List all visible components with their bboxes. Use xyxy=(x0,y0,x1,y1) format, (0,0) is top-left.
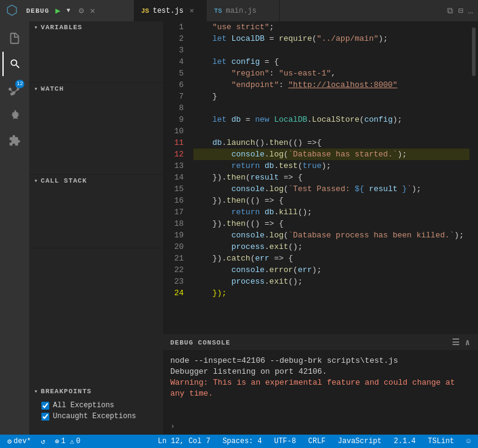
clear-console-icon[interactable]: ☰ xyxy=(452,337,460,348)
debug-console-body: node --inspect=42106 --debug-brk scripts… xyxy=(163,351,478,419)
code-line-13: return db.test(true); xyxy=(193,160,469,172)
status-version[interactable]: 2.1.4 xyxy=(392,437,418,446)
status-spaces[interactable]: Spaces: 4 xyxy=(220,437,265,446)
code-line-20: process.exit(); xyxy=(193,241,469,253)
status-right: Ln 12, Col 7 Spaces: 4 UTF-8 CRLF JavaSc… xyxy=(155,437,473,446)
console-input-area[interactable]: › xyxy=(163,422,478,435)
breakpoints-arrow: ▾ xyxy=(34,388,38,395)
play-button[interactable]: ▶ xyxy=(55,5,60,16)
code-line-4: let config = { xyxy=(193,56,469,68)
play-dropdown-icon[interactable]: ▼ xyxy=(66,7,70,14)
watch-header[interactable]: ▾ WATCH xyxy=(29,83,163,95)
all-exceptions-label: All Exceptions xyxy=(53,401,114,410)
status-dev-label: dev* xyxy=(13,437,31,446)
editor-scrollbar[interactable] xyxy=(469,21,478,334)
tab-main-js[interactable]: TS main.js xyxy=(207,0,280,21)
status-encoding[interactable]: UTF-8 xyxy=(272,437,299,446)
ln-6: 6 xyxy=(163,79,184,91)
activity-icon-files[interactable] xyxy=(2,26,27,51)
sidebar: ▾ VARIABLES ▾ WATCH ▾ CALL STACK xyxy=(29,21,163,435)
code-line-11: db.launch().then(() =>{ xyxy=(193,137,469,149)
ln-24: 24 xyxy=(163,287,184,299)
ln-4: 4 xyxy=(163,56,184,68)
status-eol[interactable]: CRLF xyxy=(306,437,328,446)
status-tslint[interactable]: TSLint xyxy=(426,437,457,446)
activity-icon-search[interactable] xyxy=(2,52,27,76)
console-line-2: Debugger listening on port 42106. xyxy=(170,366,471,377)
ln-7: 7 xyxy=(163,91,184,102)
status-position[interactable]: Ln 12, Col 7 xyxy=(155,437,212,446)
watch-body xyxy=(29,95,163,174)
status-language[interactable]: JavaScript xyxy=(336,437,384,446)
code-line-21: }).catch(err => { xyxy=(193,253,469,264)
console-line-1: node --inspect=42106 --debug-brk scripts… xyxy=(170,355,471,366)
ln-12: 12 xyxy=(163,149,184,160)
ln-10: 10 xyxy=(163,125,184,137)
settings-icon[interactable]: ⚙ xyxy=(78,5,83,16)
watch-label: WATCH xyxy=(41,85,64,93)
tab-close-test-js[interactable]: ✕ xyxy=(190,6,194,15)
console-input[interactable] xyxy=(178,422,471,431)
close-debug-icon[interactable]: ✕ xyxy=(90,5,95,16)
activity-icon-debug[interactable] xyxy=(2,103,27,127)
ln-11: 11 xyxy=(163,137,184,149)
tab-label-main-js: main.js xyxy=(226,7,256,15)
sidebar-section-variables: ▾ VARIABLES xyxy=(29,21,163,83)
console-prompt-arrow: › xyxy=(170,422,175,431)
tab-test-js[interactable]: JS test.js ✕ xyxy=(134,0,207,21)
status-feedback[interactable]: ☺ xyxy=(464,437,473,446)
sidebar-section-callstack: ▾ CALL STACK xyxy=(29,175,163,248)
scrollbar-thumb[interactable] xyxy=(472,27,476,76)
ln-22: 22 xyxy=(163,264,184,276)
ln-16: 16 xyxy=(163,195,184,206)
code-line-12: console.log(`Database has started.`); xyxy=(193,149,469,160)
ln-1: 1 xyxy=(163,21,184,33)
code-editor: 1 2 3 4 5 6 7 8 9 10 11 12 13 14 15 xyxy=(163,21,478,334)
breakpoint-all-exceptions[interactable]: All Exceptions xyxy=(29,400,163,411)
error-icon: ⊗ xyxy=(55,437,59,446)
app-logo: ⬡ xyxy=(6,2,18,19)
status-errors[interactable]: ⊗ 1 ⚠ 0 xyxy=(52,437,83,446)
ln-21: 21 xyxy=(163,253,184,264)
ln-23: 23 xyxy=(163,276,184,287)
sidebar-section-breakpoints: ▾ BREAKPOINTS All Exceptions Uncaught Ex… xyxy=(29,385,163,435)
callstack-header[interactable]: ▾ CALL STACK xyxy=(29,175,163,187)
maximize-console-icon[interactable]: ∧ xyxy=(465,337,471,348)
status-spaces-label: Spaces: 4 xyxy=(223,437,262,446)
debug-console-title: DEBUG CONSOLE xyxy=(170,339,230,346)
code-line-15: console.log(`Test Passed: ${ result }`); xyxy=(193,183,469,195)
breakpoint-uncaught-exceptions[interactable]: Uncaught Exceptions xyxy=(29,411,163,422)
status-feedback-icon: ☺ xyxy=(466,437,471,446)
breakpoints-header[interactable]: ▾ BREAKPOINTS xyxy=(29,385,163,397)
code-line-23: process.exit(); xyxy=(193,276,469,287)
app-wrapper: ⬡ DEBUG ▶ ▼ ⚙ ✕ JS test.js ✕ TS main.js … xyxy=(0,0,478,448)
tab-icon-js: JS xyxy=(141,7,149,15)
uncaught-exceptions-checkbox[interactable] xyxy=(41,413,49,421)
code-line-24: }); xyxy=(193,287,469,299)
variables-header[interactable]: ▾ VARIABLES xyxy=(29,21,163,33)
activity-icon-extensions[interactable] xyxy=(2,128,27,153)
status-dev[interactable]: ⚙ dev* xyxy=(5,437,33,446)
debug-console-header: DEBUG CONSOLE ☰ ∧ xyxy=(163,335,478,351)
all-exceptions-checkbox[interactable] xyxy=(41,402,49,410)
ln-9: 9 xyxy=(163,114,184,125)
code-line-7: } xyxy=(193,91,469,102)
code-lines: "use strict"; let LocalDB = require("../… xyxy=(189,21,469,334)
split-editor-icon[interactable]: ⧉ xyxy=(447,6,453,16)
ln-17: 17 xyxy=(163,206,184,218)
status-encoding-label: UTF-8 xyxy=(274,437,296,446)
warning-count: 0 xyxy=(76,437,80,446)
code-line-8 xyxy=(193,102,469,114)
code-line-16: }).then(() => { xyxy=(193,195,469,206)
status-left: ⚙ dev* ↺ ⊗ 1 ⚠ 0 xyxy=(5,437,83,446)
debug-label: DEBUG xyxy=(26,7,49,15)
uncaught-exceptions-label: Uncaught Exceptions xyxy=(53,412,136,421)
git-icon: ⚙ xyxy=(7,437,12,446)
ln-14: 14 xyxy=(163,172,184,183)
console-text-1: node --inspect=42106 --debug-brk scripts… xyxy=(170,356,398,365)
layout-icon[interactable]: ⊟ xyxy=(458,5,463,16)
more-actions-icon[interactable]: … xyxy=(468,6,473,16)
code-line-6: "endpoint": "http://localhost:8000" xyxy=(193,79,469,91)
status-sync[interactable]: ↺ xyxy=(38,437,47,446)
activity-icon-source-control[interactable]: 12 xyxy=(2,77,27,102)
